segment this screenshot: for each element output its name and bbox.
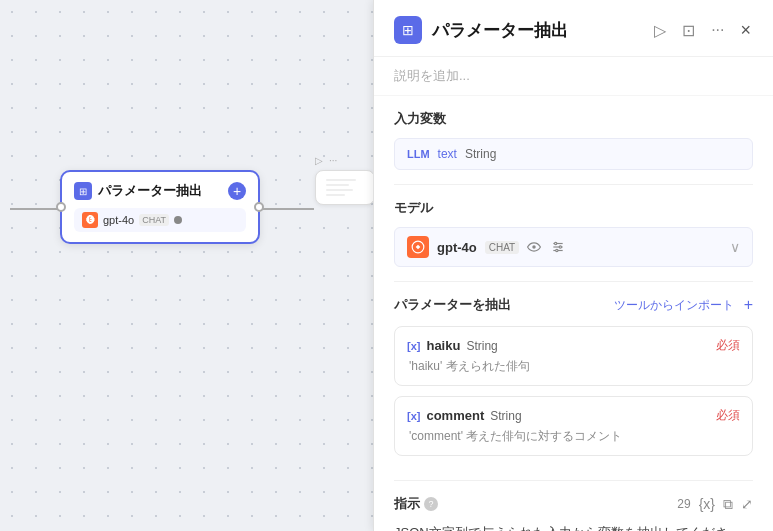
param-haiku-type: String [466,339,497,353]
parameter-extraction-node[interactable]: ⊞ パラメーター抽出 + 🅖 gpt-4o CHAT [60,170,260,244]
expand-button[interactable]: ⤢ [741,496,753,513]
node-icon: ⊞ [74,182,92,200]
param-haiku-desc: 'haiku' 考えられた俳句 [407,358,740,375]
input-vars-label: 入力変数 [394,110,753,128]
settings-sliders-icon [551,240,565,254]
model-icon-small: 🅖 [82,212,98,228]
model-chat-badge: CHAT [485,241,519,254]
svg-point-5 [555,242,557,244]
param-comment-name: comment [426,408,484,423]
mini-node-controls: ▷ ··· [315,155,337,166]
input-variables-section: 入力変数 LLM text String [374,96,773,184]
add-param-button[interactable]: + [744,296,753,314]
param-haiku-row: [x] haiku String 必須 [407,337,740,354]
mini-play-icon[interactable]: ▷ [315,155,323,166]
svg-point-7 [556,249,558,251]
model-name: gpt-4o [437,240,477,255]
model-section: モデル gpt-4o CHAT ∨ [374,185,773,281]
param-haiku-bracket: [x] [407,340,420,352]
model-chevron-icon[interactable]: ∨ [730,239,740,255]
param-comment-type: String [490,409,521,423]
model-row[interactable]: gpt-4o CHAT ∨ [394,227,753,267]
play-button[interactable]: ▷ [652,19,668,42]
panel-actions: ▷ ⊡ ··· × [652,18,753,43]
model-dot-small [174,216,182,224]
side-panel: ⊞ パラメーター抽出 ▷ ⊡ ··· × 説明を追加... 入力変数 LLM t… [373,0,773,531]
instructions-count: 29 [677,497,690,511]
instructions-section: 指示 ? 29 {x} ⧉ ⤢ JSON文字列で与えられた入力から変数を抽出して… [374,481,773,531]
node-header: ⊞ パラメーター抽出 + [74,182,246,200]
params-title: パラメーターを抽出 [394,296,511,314]
input-var-row[interactable]: LLM text String [394,138,753,170]
param-item-haiku[interactable]: [x] haiku String 必須 'haiku' 考えられた俳句 [394,326,753,386]
instructions-header: 指示 ? 29 {x} ⧉ ⤢ [394,495,753,513]
panel-node-icon: ⊞ [394,16,422,44]
instructions-text[interactable]: JSON文字列で与えられた入力から変数を抽出してください。 [394,523,753,531]
param-haiku-required: 必須 [716,337,740,354]
param-item-comment[interactable]: [x] comment String 必須 'comment' 考えた俳句に対す… [394,396,753,456]
param-comment-required: 必須 [716,407,740,424]
split-button[interactable]: ⊡ [680,19,697,42]
connector-line-left [10,208,62,210]
description-area[interactable]: 説明を追加... [374,57,773,96]
instructions-title: 指示 [394,495,420,513]
more-button[interactable]: ··· [709,19,726,41]
node-connector-left [56,202,66,212]
svg-point-1 [532,245,536,249]
instructions-actions: {x} ⧉ ⤢ [699,496,753,513]
panel-title: パラメーター抽出 [432,19,642,42]
param-haiku-name: haiku [426,338,460,353]
import-button[interactable]: ツールからインポート [614,297,734,314]
var-insert-button[interactable]: {x} [699,496,715,513]
params-header: パラメーターを抽出 ツールからインポート + [394,296,753,314]
var-subtype: String [465,147,496,161]
node-title: パラメーター抽出 [98,182,202,200]
llm-icon: LLM [407,148,430,160]
param-comment-row: [x] comment String 必須 [407,407,740,424]
node-model-row[interactable]: 🅖 gpt-4o CHAT [74,208,246,232]
svg-point-6 [559,246,561,248]
eye-icon [527,240,541,254]
model-name-small: gpt-4o [103,214,134,226]
model-openai-icon [407,236,429,258]
mini-node[interactable] [315,170,375,205]
mini-more-icon[interactable]: ··· [329,155,337,166]
node-add-button[interactable]: + [228,182,246,200]
chat-badge-small: CHAT [139,214,169,226]
help-icon[interactable]: ? [424,497,438,511]
close-button[interactable]: × [738,18,753,43]
copy-button[interactable]: ⧉ [723,496,733,513]
node-connector-right [254,202,264,212]
param-comment-bracket: [x] [407,410,420,422]
params-section: パラメーターを抽出 ツールからインポート + [x] haiku String … [374,282,773,480]
connector-line-right [262,208,314,210]
panel-header: ⊞ パラメーター抽出 ▷ ⊡ ··· × [374,0,773,57]
var-type: text [438,147,457,161]
mini-node-lines [326,179,364,196]
param-comment-desc: 'comment' 考えた俳句に対するコメント [407,428,740,445]
model-label: モデル [394,199,753,217]
